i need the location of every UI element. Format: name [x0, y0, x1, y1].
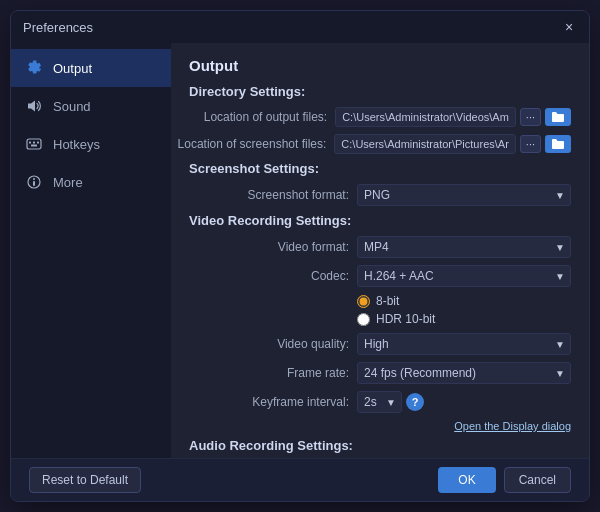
- keyframe-row: Keyframe interval: 2s 1s 3s 5s ▼ ?: [189, 391, 571, 413]
- sidebar-item-output-label: Output: [53, 61, 92, 76]
- output-location-label: Location of output files:: [171, 110, 327, 124]
- keyframe-select[interactable]: 2s 1s 3s 5s: [357, 391, 402, 413]
- section-directory-title: Directory Settings:: [189, 84, 571, 99]
- sidebar-item-more[interactable]: More: [11, 163, 171, 201]
- screenshot-format-select[interactable]: PNG JPG BMP: [357, 184, 571, 206]
- dialog-title: Preferences: [23, 20, 93, 35]
- sidebar-item-output[interactable]: Output: [11, 49, 171, 87]
- hotkeys-icon: [25, 135, 43, 153]
- sidebar-item-more-label: More: [53, 175, 83, 190]
- sidebar-item-hotkeys-label: Hotkeys: [53, 137, 100, 152]
- svg-rect-0: [27, 139, 41, 149]
- bit-depth-control: 8-bit HDR 10-bit: [357, 294, 571, 326]
- keyframe-inner: 2s 1s 3s 5s ▼ ?: [357, 391, 424, 413]
- video-format-control: MP4 MOV AVI FLV ▼: [357, 236, 571, 258]
- keyframe-label: Keyframe interval:: [189, 395, 349, 409]
- sound-icon: [25, 97, 43, 115]
- svg-rect-3: [37, 142, 39, 144]
- frame-rate-row: Frame rate: 24 fps (Recommend) 30 fps 60…: [189, 362, 571, 384]
- cancel-button[interactable]: Cancel: [504, 467, 571, 493]
- close-button[interactable]: ×: [561, 19, 577, 35]
- sidebar-item-sound-label: Sound: [53, 99, 91, 114]
- video-quality-select[interactable]: High Medium Low Custom: [357, 333, 571, 355]
- video-codec-control: H.264 + AAC H.265 + AAC H.264 + MP3 ▼: [357, 265, 571, 287]
- ok-button[interactable]: OK: [438, 467, 495, 493]
- page-title: Output: [189, 57, 571, 74]
- frame-rate-control: 24 fps (Recommend) 30 fps 60 fps ▼: [357, 362, 571, 384]
- help-button[interactable]: ?: [406, 393, 424, 411]
- screenshot-format-select-wrap: PNG JPG BMP ▼: [357, 184, 571, 206]
- title-bar: Preferences ×: [11, 11, 589, 43]
- radio-8bit[interactable]: [357, 295, 370, 308]
- svg-rect-2: [33, 142, 35, 144]
- sidebar-item-sound[interactable]: Sound: [11, 87, 171, 125]
- radio-8bit-row[interactable]: 8-bit: [357, 294, 435, 308]
- svg-point-6: [33, 178, 35, 180]
- screenshot-format-row: Screenshot format: PNG JPG BMP ▼: [189, 184, 571, 206]
- sidebar: Output Sound: [11, 43, 171, 458]
- sidebar-item-hotkeys[interactable]: Hotkeys: [11, 125, 171, 163]
- bit-depth-row: 8-bit HDR 10-bit: [189, 294, 571, 326]
- radio-hdr-row[interactable]: HDR 10-bit: [357, 312, 435, 326]
- video-codec-select-wrap: H.264 + AAC H.265 + AAC H.264 + MP3 ▼: [357, 265, 571, 287]
- frame-rate-select[interactable]: 24 fps (Recommend) 30 fps 60 fps: [357, 362, 571, 384]
- output-folder-button[interactable]: [545, 108, 571, 126]
- keyframe-select-wrap: 2s 1s 3s 5s ▼: [357, 391, 402, 413]
- video-format-label: Video format:: [189, 240, 349, 254]
- video-codec-select[interactable]: H.264 + AAC H.265 + AAC H.264 + MP3: [357, 265, 571, 287]
- content-area: Output Directory Settings: Location of o…: [171, 43, 589, 458]
- reset-button[interactable]: Reset to Default: [29, 467, 141, 493]
- video-quality-select-wrap: High Medium Low Custom ▼: [357, 333, 571, 355]
- screenshot-dots-button[interactable]: ···: [520, 135, 541, 153]
- svg-rect-7: [33, 181, 35, 186]
- dialog-body: Output Sound: [11, 43, 589, 458]
- screenshot-path-field: C:\Users\Administrator\Pictures\Ar: [334, 134, 515, 154]
- video-format-row: Video format: MP4 MOV AVI FLV ▼: [189, 236, 571, 258]
- screenshot-format-label: Screenshot format:: [189, 188, 349, 202]
- section-audio-title: Audio Recording Settings:: [189, 438, 571, 453]
- screenshot-location-control: C:\Users\Administrator\Pictures\Ar ···: [334, 134, 571, 154]
- output-location-row: Location of output files: C:\Users\Admin…: [189, 107, 571, 127]
- frame-rate-label: Frame rate:: [189, 366, 349, 380]
- preferences-dialog: Preferences × Output: [10, 10, 590, 502]
- section-video-title: Video Recording Settings:: [189, 213, 571, 228]
- radio-8bit-label: 8-bit: [376, 294, 399, 308]
- output-location-control: C:\Users\Administrator\Videos\Am ···: [335, 107, 571, 127]
- radio-hdr[interactable]: [357, 313, 370, 326]
- svg-rect-1: [29, 142, 31, 144]
- gear-icon: [25, 59, 43, 77]
- video-quality-control: High Medium Low Custom ▼: [357, 333, 571, 355]
- keyframe-control: 2s 1s 3s 5s ▼ ?: [357, 391, 571, 413]
- footer: Reset to Default OK Cancel: [11, 458, 589, 501]
- svg-rect-4: [31, 145, 37, 147]
- output-dots-button[interactable]: ···: [520, 108, 541, 126]
- screenshot-folder-button[interactable]: [545, 135, 571, 153]
- output-path-field: C:\Users\Administrator\Videos\Am: [335, 107, 516, 127]
- video-codec-label: Codec:: [189, 269, 349, 283]
- video-format-select[interactable]: MP4 MOV AVI FLV: [357, 236, 571, 258]
- video-quality-row: Video quality: High Medium Low Custom ▼: [189, 333, 571, 355]
- screenshot-format-control: PNG JPG BMP ▼: [357, 184, 571, 206]
- more-icon: [25, 173, 43, 191]
- screenshot-location-label: Location of screenshot files:: [171, 137, 326, 151]
- video-quality-label: Video quality:: [189, 337, 349, 351]
- bit-depth-radio-group: 8-bit HDR 10-bit: [357, 294, 435, 326]
- display-dialog-link[interactable]: Open the Display dialog: [189, 420, 571, 432]
- radio-hdr-label: HDR 10-bit: [376, 312, 435, 326]
- screenshot-location-row: Location of screenshot files: C:\Users\A…: [189, 134, 571, 154]
- video-codec-row: Codec: H.264 + AAC H.265 + AAC H.264 + M…: [189, 265, 571, 287]
- footer-actions: OK Cancel: [438, 467, 571, 493]
- section-screenshot-title: Screenshot Settings:: [189, 161, 571, 176]
- frame-rate-select-wrap: 24 fps (Recommend) 30 fps 60 fps ▼: [357, 362, 571, 384]
- video-format-select-wrap: MP4 MOV AVI FLV ▼: [357, 236, 571, 258]
